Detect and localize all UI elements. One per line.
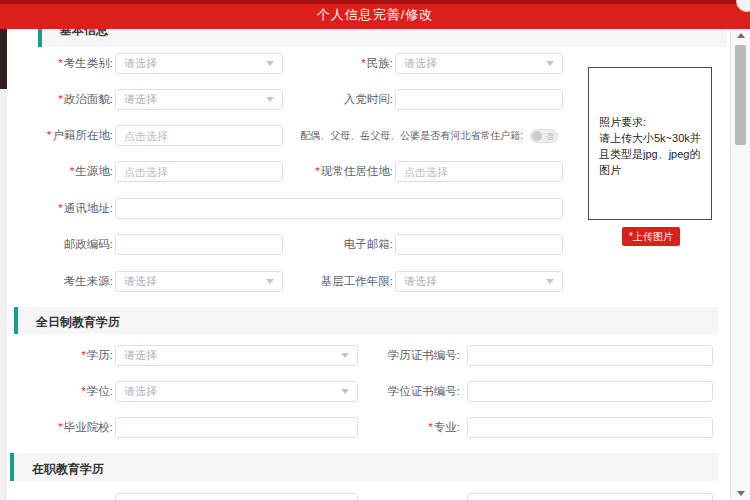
party-join-time-label: 入党时间: [293,89,393,110]
section-accent-bar [38,29,42,47]
current-residence-label: *现常住居住地: [293,161,393,182]
section-basic-info: 基本信息 [38,29,727,47]
chevron-down-icon [546,279,554,284]
current-residence-input[interactable] [395,161,563,182]
candidate-type-label: *考生类别: [13,53,113,74]
section-accent-bar [10,453,14,481]
major-input[interactable] [467,417,713,438]
degree-level-label: *学历: [13,345,113,366]
candidate-source-select[interactable]: 请选择 [115,271,283,292]
close-icon[interactable] [736,0,750,12]
ethnicity-label: *民族: [293,53,393,74]
section-fulltime-edu: 全日制教育学历 [14,307,718,334]
degree-cert-no-label: 学位证书编号: [330,381,460,402]
toggle-off-text: 否 [546,132,554,141]
political-status-label: *政治面貌: [13,89,113,110]
toggle-knob-icon [532,131,542,141]
scroll-up-icon[interactable] [737,33,745,38]
chevron-down-icon [546,61,554,66]
email-label: 电子邮箱: [293,234,393,255]
left-gutter [0,89,7,500]
personal-info-modal: 个人信息完善/修改 基本信息 *考生类别: 请选择 *民族: 请选择 *政治面貌… [0,0,750,500]
scroll-down-icon[interactable] [737,491,745,496]
origin-place-label: *生源地: [13,161,113,182]
modal-title: 个人信息完善/修改 [317,6,434,24]
photo-placeholder-box: 照片要求: 请上传大小5k~30k并且类型是jpg、jpeg的图片 [588,67,712,220]
chevron-down-icon [266,97,274,102]
onjob-degree-level-select[interactable] [115,493,358,500]
grassroots-years-label: 基层工作年限: [293,271,393,292]
scrollbar-thumb[interactable] [735,45,746,145]
degree-level-select[interactable]: 请选择 [115,345,358,366]
diploma-no-input[interactable] [467,345,713,366]
onjob-diploma-no-input[interactable] [467,493,713,500]
mailing-address-input[interactable] [115,198,563,219]
candidate-type-select[interactable]: 请选择 [115,53,283,74]
section-fulltime-title: 全日制教育学历 [36,314,120,331]
background-page-edge [0,29,7,89]
grassroots-years-select[interactable]: 请选择 [395,271,563,292]
degree-select[interactable]: 请选择 [115,381,358,402]
email-input[interactable] [395,234,563,255]
household-location-label: *户籍所在地: [13,125,113,146]
household-location-input[interactable] [115,125,283,146]
chevron-down-icon [266,61,274,66]
section-onjob-title: 在职教育学历 [32,461,104,478]
postal-code-label: 邮政编码: [13,234,113,255]
section-onjob-edu: 在职教育学历 [10,453,718,481]
candidate-source-label: 考生来源: [13,271,113,292]
photo-requirements-text: 照片要求: 请上传大小5k~30k并且类型是jpg、jpeg的图片 [599,114,707,178]
political-status-select[interactable]: 请选择 [115,89,283,110]
party-join-time-input[interactable] [395,89,563,110]
major-label: *专业: [380,417,460,438]
postal-code-input[interactable] [115,234,283,255]
modal-header: 个人信息完善/修改 [0,0,750,29]
degree-label: *学位: [13,381,113,402]
upload-photo-button[interactable]: *上传图片 [622,227,680,246]
ethnicity-select[interactable]: 请选择 [395,53,563,74]
section-basic-title: 基本信息 [60,29,108,39]
school-input[interactable] [115,417,358,438]
hebei-household-label: 配偶、父母、岳父母、公婆是否有河北省常住户籍: [300,125,523,146]
origin-place-input[interactable] [115,161,283,182]
diploma-no-label: 学历证书编号: [330,345,460,366]
chevron-down-icon [266,279,274,284]
school-label: *毕业院校: [13,417,113,438]
degree-cert-no-input[interactable] [467,381,713,402]
section-accent-bar [14,307,18,334]
mailing-address-label: *通讯地址: [13,198,113,219]
hebei-household-toggle[interactable]: 否 [530,129,558,143]
